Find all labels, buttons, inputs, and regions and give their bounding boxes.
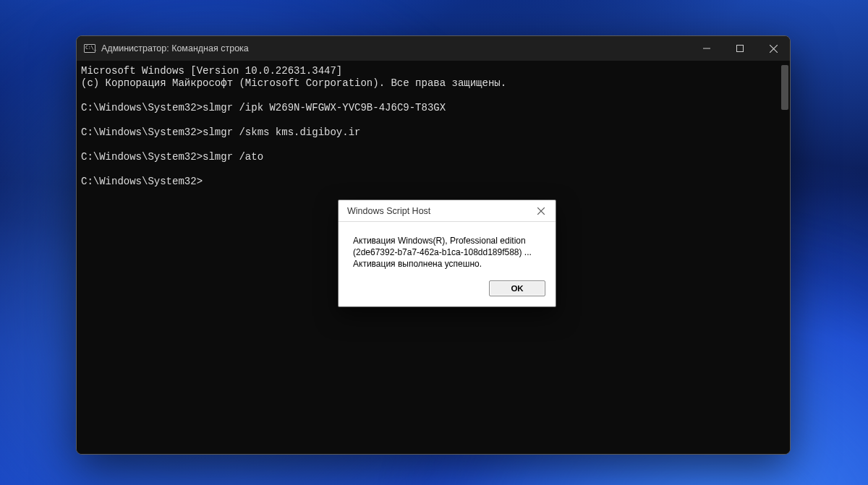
dialog-close-button[interactable] bbox=[531, 203, 551, 219]
dialog-title: Windows Script Host bbox=[347, 206, 531, 216]
close-button[interactable] bbox=[757, 36, 790, 61]
scrollbar-thumb[interactable] bbox=[781, 65, 788, 110]
banner-line: Microsoft Windows [Version 10.0.22631.34… bbox=[81, 65, 342, 77]
command: slmgr /ipk W269N-WFGWX-YVC9B-4J6C9-T83GX bbox=[203, 102, 446, 113]
prompt: C:\Windows\System32> bbox=[81, 126, 203, 138]
minimize-button[interactable] bbox=[690, 36, 723, 61]
dialog-text-line: (2de67392-b7a7-462a-b1ca-108dd189f588) .… bbox=[353, 246, 544, 258]
ok-button[interactable]: OK bbox=[489, 280, 545, 296]
dialog-text-line: Активация Windows(R), Professional editi… bbox=[353, 235, 544, 246]
prompt: C:\Windows\System32> bbox=[81, 151, 203, 163]
window-controls bbox=[690, 36, 790, 61]
maximize-button[interactable] bbox=[723, 36, 757, 61]
cmd-icon bbox=[84, 44, 95, 53]
dialog-text-line: Активация выполнена успешно. bbox=[353, 258, 544, 270]
prompt: C:\Windows\System32> bbox=[81, 176, 203, 187]
dialog-body: Активация Windows(R), Professional editi… bbox=[339, 222, 556, 273]
prompt: C:\Windows\System32> bbox=[81, 102, 203, 113]
banner-line: (c) Корпорация Майкрософт (Microsoft Cor… bbox=[81, 77, 506, 89]
wsh-dialog: Windows Script Host Активация Windows(R)… bbox=[338, 199, 556, 307]
svg-rect-0 bbox=[737, 46, 744, 52]
dialog-titlebar[interactable]: Windows Script Host bbox=[339, 200, 556, 222]
command: slmgr /ato bbox=[203, 151, 263, 163]
dialog-actions: OK bbox=[339, 273, 556, 306]
command: slmgr /skms kms.digiboy.ir bbox=[203, 126, 360, 138]
window-title: Администратор: Командная строка bbox=[101, 43, 249, 53]
titlebar[interactable]: Администратор: Командная строка bbox=[77, 36, 790, 61]
